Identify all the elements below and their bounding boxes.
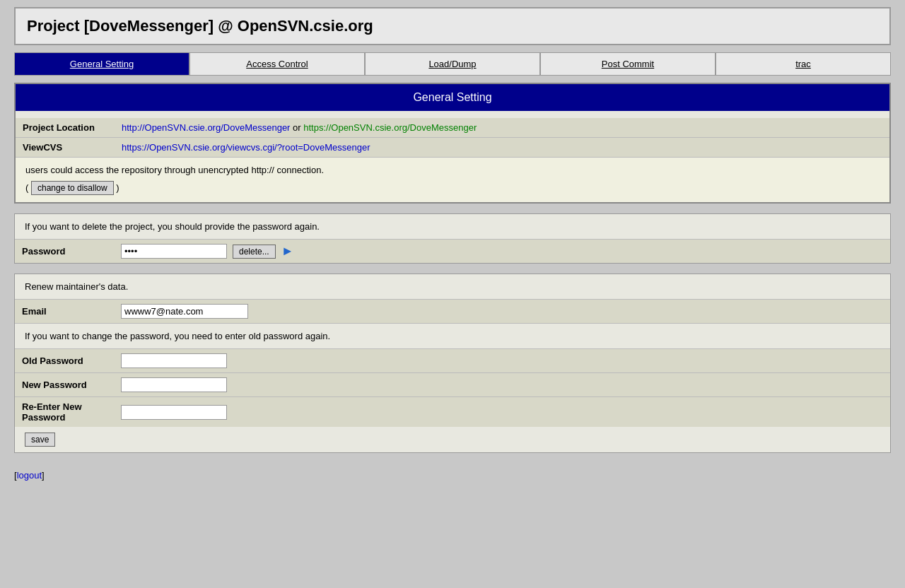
location-http-link[interactable]: http://OpenSVN.csie.org/DoveMessenger: [122, 122, 290, 133]
old-password-label: Old Password: [22, 355, 121, 366]
tab-load-dump[interactable]: Load/Dump: [365, 52, 540, 76]
tab-post-commit[interactable]: Post Commit: [540, 52, 716, 76]
viewcvs-link[interactable]: https://OpenSVN.csie.org/viewcvs.cgi/?ro…: [122, 142, 370, 153]
page-title: Project [DoveMessenger] @ OpenSVN.csie.o…: [27, 17, 878, 35]
tab-access-control[interactable]: Access Control: [189, 52, 365, 76]
password-input[interactable]: [121, 244, 227, 259]
http-notice-text: users could access the repository throug…: [16, 158, 889, 178]
project-location-value: http://OpenSVN.csie.org/DoveMessenger or…: [122, 122, 477, 133]
logout-link[interactable]: logout: [17, 470, 42, 481]
renew-notice: Renew maintainer's data.: [15, 274, 890, 299]
reenter-password-input[interactable]: [121, 405, 227, 420]
project-location-label: Project Location: [23, 122, 122, 133]
page-title-box: Project [DoveMessenger] @ OpenSVN.csie.o…: [14, 7, 891, 45]
viewcvs-label: ViewCVS: [23, 142, 122, 153]
email-input[interactable]: [121, 304, 248, 319]
delete-section: If you want to delete the project, you s…: [14, 213, 891, 264]
project-location-row: Project Location http://OpenSVN.csie.org…: [16, 118, 889, 138]
tab-general-setting[interactable]: General Setting: [14, 52, 189, 76]
section-header: General Setting: [16, 84, 889, 111]
viewcvs-value: https://OpenSVN.csie.org/viewcvs.cgi/?ro…: [122, 142, 370, 153]
footer: [logout]: [14, 463, 891, 488]
renew-section: Renew maintainer's data. Email If you wa…: [14, 274, 891, 453]
new-password-row: New Password: [15, 372, 890, 396]
old-password-input[interactable]: [121, 353, 227, 368]
change-to-disallow-button[interactable]: change to disallow: [31, 181, 114, 195]
viewcvs-row: ViewCVS https://OpenSVN.csie.org/viewcvs…: [16, 138, 889, 158]
new-password-label: New Password: [22, 380, 121, 390]
delete-button[interactable]: delete...: [233, 245, 276, 259]
save-row: save: [15, 427, 890, 452]
delete-notice: If you want to delete the project, you s…: [15, 214, 890, 239]
new-password-input[interactable]: [121, 377, 227, 392]
old-password-row: Old Password: [15, 348, 890, 372]
password-change-notice: If you want to change the password, you …: [15, 323, 890, 348]
save-button[interactable]: save: [25, 433, 55, 447]
location-https-link[interactable]: https://OpenSVN.csie.org/DoveMessenger: [303, 122, 477, 133]
cursor-arrow-icon: ►: [281, 244, 294, 259]
tab-trac[interactable]: trac: [716, 52, 891, 76]
reenter-password-row: Re-Enter New Password: [15, 396, 890, 427]
reenter-password-label: Re-Enter New Password: [22, 401, 121, 423]
project-info-card: General Setting Project Location http://…: [14, 83, 891, 204]
password-label: Password: [22, 246, 121, 257]
password-row: Password delete... ►: [15, 239, 890, 263]
email-label: Email: [22, 306, 121, 317]
http-notice-btn-row: ( change to disallow ): [16, 178, 889, 202]
tab-bar: General Setting Access Control Load/Dump…: [14, 52, 891, 76]
email-row: Email: [15, 299, 890, 323]
